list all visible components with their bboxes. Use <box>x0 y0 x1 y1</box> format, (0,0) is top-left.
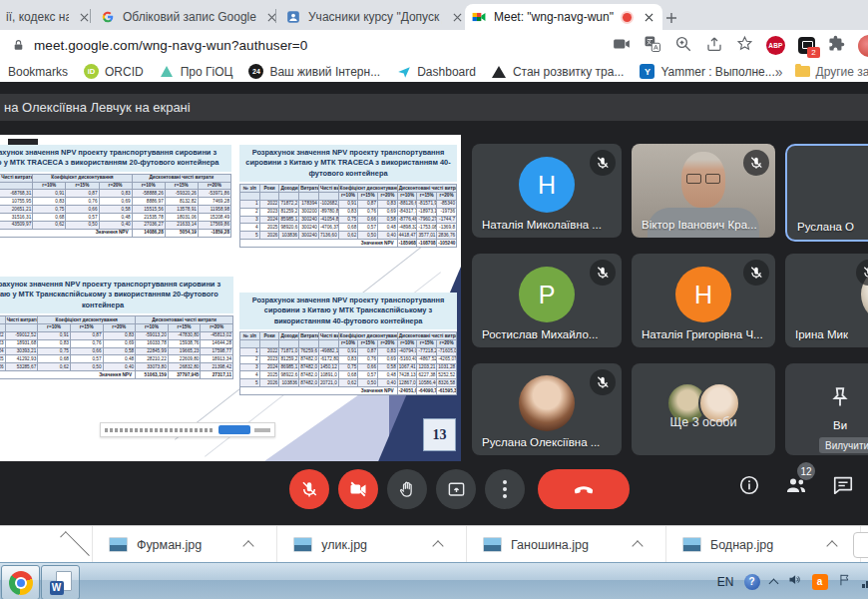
camera-off-button[interactable] <box>338 469 378 509</box>
participant-tile[interactable]: Ірина Мик <box>785 254 868 347</box>
self-tile[interactable]: Ви Вилучити цей <box>785 363 868 455</box>
tab-close-icon[interactable] <box>263 9 279 25</box>
avatar-photo <box>519 375 575 431</box>
taskbar-chrome-button[interactable] <box>1 565 40 599</box>
raise-hand-button[interactable] <box>387 469 427 509</box>
bookmark-item-orcid[interactable]: iD ORCID <box>84 64 144 79</box>
bookmark-item-gioc[interactable]: Про ГіОЦ <box>160 64 233 79</box>
bookmark-label: ORCID <box>105 65 144 79</box>
chat-button[interactable] <box>832 474 854 496</box>
download-item-chevron[interactable] <box>826 540 837 551</box>
bookmark-star-icon[interactable] <box>736 35 753 56</box>
download-item-chevron[interactable] <box>60 531 90 561</box>
image-file-icon <box>483 537 502 552</box>
other-bookmarks-folder[interactable]: Другие закладки <box>795 65 868 79</box>
participant-tile[interactable]: Р Ростислав Михайло... <box>472 254 622 347</box>
bookmark-item-internet[interactable]: 24 Ваш живий Інтерн... <box>248 64 380 79</box>
table-title: Розрахунок значення NPV проекту транспор… <box>0 145 231 172</box>
lock-icon[interactable] <box>12 39 25 52</box>
download-item[interactable]: Боднар.jpg <box>666 537 860 552</box>
meeting-details-button[interactable] <box>738 474 760 496</box>
language-indicator[interactable]: EN <box>717 575 734 589</box>
table-title: Розрахунок значення NPV проекту транспор… <box>0 277 233 313</box>
bookmark-item[interactable]: Bookmarks <box>8 65 68 79</box>
download-item-chevron[interactable] <box>243 540 254 551</box>
tab-meet-active[interactable]: Meet: "wng-navg-wun" <box>465 4 662 30</box>
bookmark-item-yammer[interactable]: Y Yammer : Выполне... <box>640 64 774 79</box>
table-title: Розрахунок значення NPV проекту транспор… <box>239 145 457 182</box>
participant-name: Руслана Олексіївна ... <box>482 436 600 448</box>
network-icon[interactable] <box>862 575 868 588</box>
avast-tray-icon[interactable]: a <box>812 574 828 590</box>
screen-share-banner-text: на Олексіївна Левчук на екрані <box>4 100 191 115</box>
download-item[interactable]: улик.jpg <box>277 537 466 552</box>
tab-close-icon[interactable] <box>449 9 465 25</box>
notification-primary-button[interactable] <box>218 425 250 434</box>
mic-muted-icon <box>743 150 769 176</box>
mic-muted-icon <box>590 150 616 176</box>
notification-secondary-link[interactable] <box>254 428 270 432</box>
bookmark-item-dashboard[interactable]: Dashboard <box>396 64 476 79</box>
chrome-icon <box>9 571 33 595</box>
extension-with-badge-icon[interactable]: 2 <box>798 37 815 54</box>
npv-table-block-4: Розрахунок значення NPV проекту транспор… <box>239 293 457 395</box>
bookmark-item-stan[interactable]: Стан розвитку тра... <box>492 64 625 79</box>
volume-icon[interactable] <box>787 572 802 591</box>
tab-separator <box>275 9 276 23</box>
participant-tile[interactable]: Руслана Олексіївна ... <box>472 363 622 455</box>
downloads-bar: Фурман.jpg улик.jpg Ганошина.jpg Боднар.… <box>0 525 868 563</box>
triangle-icon <box>160 64 175 79</box>
participant-tile[interactable]: Н Наталія Григорівна Ч... <box>632 254 775 347</box>
profile-avatar[interactable] <box>858 35 868 57</box>
participant-tile-active-speaker[interactable]: Руслана О <box>785 144 868 242</box>
participants-count-badge: 12 <box>797 462 815 480</box>
tab-codex[interactable]: ії, кодекс на тран <box>0 6 98 28</box>
meet-control-bar <box>289 469 630 509</box>
help-tray-icon[interactable]: ? <box>744 574 760 590</box>
extension-badge: 2 <box>807 47 820 58</box>
download-item-chevron[interactable] <box>432 540 443 551</box>
download-item-chevron[interactable] <box>632 540 643 551</box>
image-file-icon <box>109 537 128 552</box>
leave-call-button[interactable] <box>538 469 630 509</box>
taskbar-word-button[interactable]: W <box>41 565 80 599</box>
new-tab-button[interactable] <box>660 7 682 29</box>
extensions-puzzle-icon[interactable] <box>828 35 845 56</box>
adblock-extension-icon[interactable]: ABP <box>766 36 785 55</box>
more-options-button[interactable] <box>485 469 525 509</box>
bookmark-label: Yammer : Выполне... <box>660 65 774 79</box>
camera-access-icon[interactable] <box>613 35 631 57</box>
present-screen-button[interactable] <box>436 469 476 509</box>
bookmarks-bar: Bookmarks iD ORCID Про ГіОЦ 24 Ваш живий… <box>0 61 868 82</box>
share-icon[interactable] <box>705 35 723 57</box>
participant-name: Наталія Миколаївна ... <box>482 219 602 231</box>
action-center-flag-icon[interactable] <box>838 573 852 591</box>
npv-table: РокиЧисті витрати, у.оКоефіцієнт дисконт… <box>0 315 233 379</box>
bookmark-label: Про ГіОЦ <box>181 65 233 79</box>
word-icon: W <box>50 571 72 595</box>
slide-notification-bar[interactable] <box>100 422 275 437</box>
image-file-icon <box>682 537 701 552</box>
participant-name: Руслана О <box>797 221 854 233</box>
download-item[interactable]: Фурман.jpg <box>93 537 276 552</box>
url-text[interactable]: meet.google.com/wng-navg-wun?authuser=0 <box>34 38 307 53</box>
mic-off-button[interactable] <box>289 469 329 509</box>
system-tray: EN ? a <box>717 563 868 599</box>
show-all-downloads-button[interactable] <box>853 532 868 558</box>
zoom-icon[interactable] <box>674 35 692 57</box>
download-item[interactable]: Ганошина.jpg <box>467 537 665 552</box>
participants-button[interactable]: 12 <box>784 473 808 497</box>
tab-course-participants[interactable]: Учасники курсу "Допуск до зах <box>279 6 471 28</box>
translate-icon[interactable] <box>644 35 661 57</box>
hidden-icons-chevron[interactable] <box>768 579 778 589</box>
bookmarks-overflow-chevron[interactable]: » <box>775 64 783 80</box>
shared-presentation-slide: Розрахунок значення NPV проекту транспор… <box>0 135 461 461</box>
pin-icon[interactable] <box>827 385 853 415</box>
avatar: Н <box>675 267 731 322</box>
mic-muted-icon <box>590 369 616 395</box>
participant-tile-others-group[interactable]: Ще 3 особи <box>632 363 775 455</box>
tab-close-icon[interactable] <box>641 9 656 25</box>
tab-google-account[interactable]: Обліковий запис Google <box>94 6 285 28</box>
participant-tile[interactable]: Н Наталія Миколаївна ... <box>472 144 622 238</box>
participant-tile-video[interactable]: Віктор Іванович Кра... <box>632 144 775 238</box>
